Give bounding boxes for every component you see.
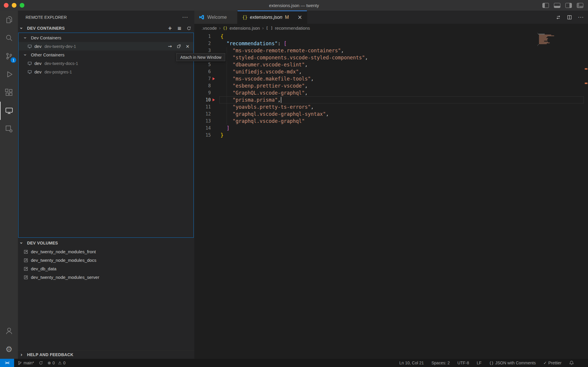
sidebar-item-search[interactable] bbox=[0, 29, 18, 47]
line-number: 2 bbox=[194, 40, 211, 47]
refresh-icon[interactable] bbox=[186, 26, 191, 31]
breadcrumb-folder[interactable]: .vscode bbox=[202, 26, 217, 31]
volume-row[interactable]: dev_twenty_node_modules_docs bbox=[18, 256, 194, 264]
container-group-row[interactable]: ›Other Containers bbox=[19, 51, 193, 59]
code-line[interactable]: "recommendations": [ bbox=[220, 40, 368, 47]
vscode-logo-icon bbox=[199, 14, 205, 20]
section-label: HELP AND FEEDBACK bbox=[27, 352, 74, 357]
tab-extensions-json[interactable]: {} extensions.json M × bbox=[238, 11, 307, 24]
braces-icon: {} bbox=[489, 361, 494, 365]
code-line[interactable]: { bbox=[220, 33, 368, 40]
code-line[interactable]: "ms-vscode-remote.remote-containers", bbox=[220, 47, 368, 54]
minimize-window-button[interactable] bbox=[12, 3, 16, 8]
json-file-icon: {} bbox=[242, 15, 248, 20]
code-line[interactable]: "yoavbls.pretty-ts-errors", bbox=[220, 103, 368, 110]
tab-welcome[interactable]: Welcome bbox=[194, 11, 238, 24]
line-number: 1 bbox=[194, 33, 211, 40]
sync-status[interactable] bbox=[39, 361, 43, 365]
code-line[interactable]: ] bbox=[220, 125, 368, 132]
volume-row[interactable]: dev_db_data bbox=[18, 264, 194, 273]
toggle-panel-icon[interactable] bbox=[554, 3, 560, 8]
container-group-row[interactable]: ›Dev Containers bbox=[19, 33, 193, 42]
container-row[interactable]: devdev-twenty-docs-1 bbox=[19, 59, 193, 68]
code-line[interactable]: "prisma.prisma", bbox=[220, 96, 368, 103]
remote-indicator[interactable]: >< bbox=[0, 359, 14, 367]
array-symbol-icon: [ ] bbox=[266, 26, 273, 30]
section-dev-volumes[interactable]: › DEV VOLUMES bbox=[18, 239, 194, 247]
collapse-all-icon[interactable]: ≡ bbox=[177, 26, 182, 31]
code-lines[interactable]: { "recommendations": [ "ms-vscode-remote… bbox=[220, 33, 368, 139]
close-window-button[interactable] bbox=[4, 3, 9, 8]
breadcrumb-symbol[interactable]: recommendations bbox=[275, 26, 310, 31]
notifications-button[interactable] bbox=[569, 361, 574, 365]
breadcrumb-separator: › bbox=[219, 25, 221, 31]
line-number: 13 bbox=[194, 118, 211, 125]
chevron-down-icon: › bbox=[19, 240, 24, 246]
customize-layout-icon[interactable] bbox=[577, 3, 583, 8]
zoom-window-button[interactable] bbox=[20, 3, 24, 8]
split-editor-icon[interactable] bbox=[567, 15, 572, 20]
chevron-right-icon: › bbox=[19, 352, 24, 358]
sidebar-item-source-control[interactable]: 1 bbox=[0, 47, 18, 65]
chevron-down-icon: › bbox=[22, 52, 28, 58]
code-line[interactable]: } bbox=[220, 132, 368, 139]
close-tab-icon[interactable]: × bbox=[298, 14, 302, 20]
remote-explorer-sidebar: REMOTE EXPLORER ··· › DEV CONTAINERS + ≡… bbox=[18, 11, 194, 359]
container-row[interactable]: devdev-postgres-1 bbox=[19, 68, 193, 76]
container-row[interactable]: devdev-twenty-dev-1→× bbox=[19, 42, 193, 51]
account-icon bbox=[5, 326, 14, 335]
code-line[interactable]: "dbaeumer.vscode-eslint", bbox=[220, 61, 368, 68]
sidebar-item-containers[interactable] bbox=[0, 120, 18, 138]
toggle-primary-sidebar-icon[interactable] bbox=[542, 3, 549, 8]
git-branch-status[interactable]: main* bbox=[18, 361, 34, 365]
code-line[interactable]: "GraphQL.vscode-graphql", bbox=[220, 89, 368, 96]
warning-icon: ⚠ bbox=[58, 361, 62, 365]
volume-icon bbox=[24, 249, 28, 254]
add-container-icon[interactable]: + bbox=[167, 26, 173, 31]
formatter-status[interactable]: ✓ Prettier bbox=[543, 361, 562, 365]
minimap[interactable] bbox=[537, 33, 556, 46]
problems-status[interactable]: ⊗ 0 ⚠ 0 bbox=[48, 361, 66, 365]
account-button[interactable] bbox=[0, 322, 18, 340]
code-line[interactable]: "graphql.vscode-graphql" bbox=[220, 118, 368, 125]
stop-container-icon[interactable]: × bbox=[185, 43, 191, 49]
encoding-status[interactable]: UTF-8 bbox=[457, 361, 469, 365]
breadcrumbs: .vscode › {} extensions.json › [ ] recom… bbox=[194, 24, 588, 32]
toggle-secondary-sidebar-icon[interactable] bbox=[565, 3, 572, 8]
sidebar-item-extensions[interactable] bbox=[0, 83, 18, 102]
code-line[interactable]: "styled-components.vscode-styled-compone… bbox=[220, 54, 368, 61]
settings-button[interactable]: ⚙ bbox=[0, 340, 18, 358]
more-actions-icon[interactable]: ··· bbox=[182, 11, 188, 24]
attach-terminal-icon[interactable]: → bbox=[167, 43, 173, 49]
code-line[interactable]: "esbenp.prettier-vscode", bbox=[220, 82, 368, 89]
sidebar-item-remote-explorer[interactable] bbox=[0, 102, 18, 120]
code-line[interactable]: "ms-vscode.makefile-tools", bbox=[220, 75, 368, 82]
editor-more-actions-icon[interactable]: ··· bbox=[578, 14, 584, 20]
scm-changes-badge: 1 bbox=[11, 57, 16, 63]
eol-status[interactable]: LF bbox=[477, 361, 481, 365]
section-dev-containers[interactable]: › DEV CONTAINERS + ≡ bbox=[18, 24, 194, 32]
code-line[interactable]: "unifiedjs.vscode-mdx", bbox=[220, 68, 368, 75]
line-number: 11 bbox=[194, 103, 211, 110]
volume-icon bbox=[24, 267, 28, 271]
tooltip-attach-in-new-window: Attach in New Window bbox=[176, 53, 225, 61]
section-help-and-feedback[interactable]: › HELP AND FEEDBACK bbox=[18, 350, 194, 358]
cursor-position-status[interactable]: Ln 10, Col 21 bbox=[399, 361, 424, 365]
activity-bar: 1 ⚙ bbox=[0, 11, 18, 359]
code-line[interactable]: "graphql.vscode-graphql-syntax", bbox=[220, 110, 368, 118]
volume-name: dev_twenty_node_modules_docs bbox=[31, 258, 96, 263]
breadcrumb-file[interactable]: extensions.json bbox=[230, 26, 260, 31]
sidebar-item-explorer[interactable] bbox=[0, 11, 18, 29]
dev-volumes-list: dev_twenty_node_modules_frontdev_twenty_… bbox=[18, 247, 194, 281]
sidebar-item-run-debug[interactable] bbox=[0, 65, 18, 83]
chevron-down-icon: › bbox=[19, 26, 24, 31]
language-mode-status[interactable]: {} JSON with Comments bbox=[489, 361, 536, 365]
volume-row[interactable]: dev_twenty_node_modules_server bbox=[18, 273, 194, 281]
volume-row[interactable]: dev_twenty_node_modules_front bbox=[18, 247, 194, 256]
open-changes-icon[interactable] bbox=[556, 15, 561, 20]
indentation-status[interactable]: Spaces: 2 bbox=[432, 361, 450, 365]
line-number: 12 bbox=[194, 110, 211, 118]
code-editor[interactable]: 123456789101112131415 { "recommendations… bbox=[194, 32, 588, 359]
attach-new-window-icon[interactable] bbox=[176, 43, 182, 49]
line-number: 9 bbox=[194, 89, 211, 96]
